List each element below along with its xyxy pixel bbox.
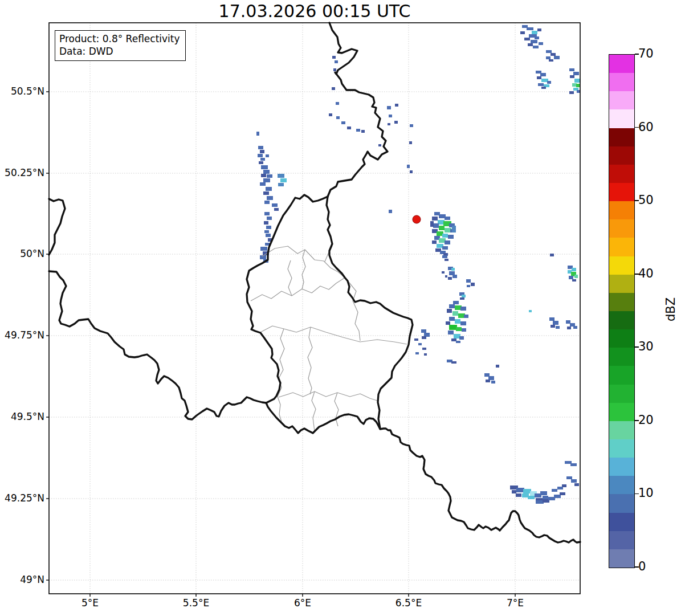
radar-site-marker: [413, 215, 421, 223]
colorbar-tick-label: 10: [638, 486, 654, 500]
colorbar-segment: [609, 512, 634, 531]
colorbar-segment: [609, 292, 634, 311]
colorbar-segment: [609, 146, 634, 165]
lon-tick-label: 6.5°E: [383, 597, 434, 609]
colorbar-axis-label: dBZ: [664, 284, 678, 335]
colorbar-segment: [609, 348, 634, 366]
colorbar-segment: [609, 458, 634, 476]
colorbar-tick-label: 50: [638, 193, 654, 207]
colorbar-segment: [609, 201, 634, 220]
product-line: Product: 0.8° Reflectivity: [59, 32, 180, 45]
colorbar-segment: [609, 531, 634, 549]
colorbar-segment: [609, 274, 634, 293]
lat-tick-label: 50°N: [0, 248, 44, 259]
lon-tick-label: 7°E: [490, 597, 541, 609]
colorbar-segment: [609, 128, 634, 146]
colorbar-segment: [609, 384, 634, 403]
plot-frame: [49, 23, 580, 594]
radar-figure: 17.03.2026 00:15 UTC Product: 0.8° Refle…: [0, 0, 685, 616]
colorbar-tick-label: 0: [638, 560, 646, 573]
colorbar-segment: [609, 219, 634, 238]
map-canvas: [0, 0, 685, 616]
colorbar-tick-label: 20: [638, 413, 654, 427]
colorbar-segment: [609, 311, 634, 330]
product-info-box: Product: 0.8° Reflectivity Data: DWD: [55, 30, 186, 61]
lat-tick-label: 50.5°N: [0, 85, 44, 97]
colorbar-segment: [609, 402, 634, 421]
colorbar-tick-label: 70: [638, 47, 654, 60]
border-luxembourg-east: [327, 197, 413, 429]
lat-tick-label: 49.25°N: [0, 492, 44, 504]
colorbar-segment: [609, 329, 634, 348]
colorbar-segment: [609, 366, 634, 385]
lat-tick-label: 50.25°N: [0, 167, 44, 178]
colorbar-segment: [609, 164, 634, 183]
colorbar-tick-label: 40: [638, 267, 654, 280]
country-borders: [49, 23, 580, 542]
colorbar-segment: [609, 439, 634, 458]
colorbar-segment: [609, 256, 634, 275]
colorbar-segment: [609, 73, 634, 92]
lat-tick-label: 49°N: [0, 574, 44, 585]
colorbar-segment: [609, 55, 634, 74]
lat-tick-label: 49.75°N: [0, 329, 44, 341]
data-source-line: Data: DWD: [59, 45, 180, 58]
colorbar-segment: [609, 109, 634, 128]
colorbar-tick-label: 60: [638, 120, 654, 134]
border-luxembourg-west: [247, 195, 328, 403]
colorbar: [609, 54, 635, 568]
colorbar-segment: [609, 91, 634, 110]
luxembourg-canton-borders: [251, 246, 407, 431]
colorbar-segment: [609, 421, 634, 439]
graticule-gridlines: [49, 23, 580, 594]
border-belgium-germany: [328, 23, 388, 197]
lon-tick-label: 5.5°E: [170, 597, 222, 609]
border-france-germany: [266, 403, 580, 542]
colorbar-segment: [609, 549, 634, 568]
border-france-belgium: [49, 199, 266, 419]
lon-tick-label: 6°E: [277, 597, 328, 609]
lon-tick-label: 5°E: [64, 597, 116, 609]
colorbar-segment: [609, 183, 634, 202]
lat-tick-label: 49.5°N: [0, 411, 44, 422]
colorbar-segment: [609, 494, 634, 513]
colorbar-segment: [609, 476, 634, 495]
colorbar-tick-label: 30: [638, 340, 654, 353]
colorbar-segment: [609, 238, 634, 256]
